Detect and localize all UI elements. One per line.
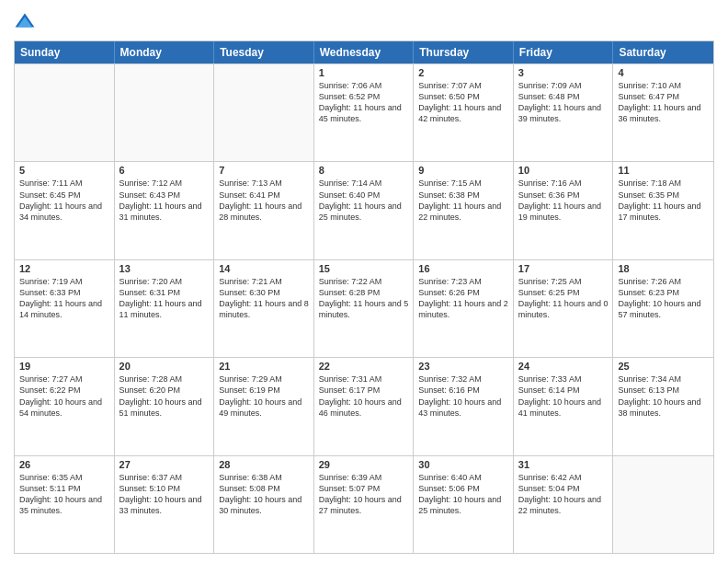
day-number: 19 <box>19 361 109 372</box>
calendar-cell: 18Sunrise: 7:26 AM Sunset: 6:23 PM Dayli… <box>613 260 713 357</box>
cell-info: Sunrise: 7:16 AM Sunset: 6:36 PM Dayligh… <box>518 178 609 223</box>
day-number: 10 <box>518 165 609 176</box>
day-number: 24 <box>518 361 609 372</box>
day-number: 29 <box>319 459 409 470</box>
day-number: 9 <box>418 165 508 176</box>
cell-info: Sunrise: 7:23 AM Sunset: 6:26 PM Dayligh… <box>418 276 508 321</box>
day-number: 4 <box>618 67 709 78</box>
day-number: 2 <box>418 67 508 78</box>
logo-icon <box>14 11 36 33</box>
cell-info: Sunrise: 7:15 AM Sunset: 6:38 PM Dayligh… <box>418 178 508 223</box>
calendar-cell: 29Sunrise: 6:39 AM Sunset: 5:07 PM Dayli… <box>314 456 415 553</box>
day-number: 1 <box>319 67 409 78</box>
cell-info: Sunrise: 6:42 AM Sunset: 5:04 PM Dayligh… <box>518 472 609 517</box>
calendar-cell: 15Sunrise: 7:22 AM Sunset: 6:28 PM Dayli… <box>314 260 415 357</box>
day-number: 12 <box>19 263 109 274</box>
day-number: 11 <box>618 165 709 176</box>
calendar-cell: 4Sunrise: 7:10 AM Sunset: 6:47 PM Daylig… <box>613 64 713 161</box>
day-number: 23 <box>418 361 508 372</box>
calendar-cell: 30Sunrise: 6:40 AM Sunset: 5:06 PM Dayli… <box>414 456 514 553</box>
cell-info: Sunrise: 6:35 AM Sunset: 5:11 PM Dayligh… <box>19 472 109 517</box>
day-number: 3 <box>518 67 609 78</box>
day-number: 5 <box>19 165 109 176</box>
cell-info: Sunrise: 6:40 AM Sunset: 5:06 PM Dayligh… <box>418 472 508 517</box>
calendar-cell: 28Sunrise: 6:38 AM Sunset: 5:08 PM Dayli… <box>214 456 314 553</box>
cell-info: Sunrise: 7:22 AM Sunset: 6:28 PM Dayligh… <box>319 276 409 321</box>
day-number: 27 <box>119 459 210 470</box>
day-of-week-sunday: Sunday <box>15 41 115 63</box>
cell-info: Sunrise: 7:18 AM Sunset: 6:35 PM Dayligh… <box>618 178 709 223</box>
cell-info: Sunrise: 7:09 AM Sunset: 6:48 PM Dayligh… <box>518 80 609 125</box>
calendar-cell: 9Sunrise: 7:15 AM Sunset: 6:38 PM Daylig… <box>414 162 514 259</box>
calendar-row-3: 19Sunrise: 7:27 AM Sunset: 6:22 PM Dayli… <box>15 357 713 454</box>
calendar-row-0: 1Sunrise: 7:06 AM Sunset: 6:52 PM Daylig… <box>15 63 713 161</box>
calendar-cell: 6Sunrise: 7:12 AM Sunset: 6:43 PM Daylig… <box>115 162 215 259</box>
calendar-cell: 27Sunrise: 6:37 AM Sunset: 5:10 PM Dayli… <box>115 456 215 553</box>
calendar-cell: 25Sunrise: 7:34 AM Sunset: 6:13 PM Dayli… <box>613 358 713 454</box>
calendar-cell: 2Sunrise: 7:07 AM Sunset: 6:50 PM Daylig… <box>414 64 514 161</box>
calendar-cell <box>613 456 713 553</box>
calendar-cell: 11Sunrise: 7:18 AM Sunset: 6:35 PM Dayli… <box>613 162 713 259</box>
day-number: 20 <box>119 361 210 372</box>
calendar-cell: 7Sunrise: 7:13 AM Sunset: 6:41 PM Daylig… <box>214 162 314 259</box>
cell-info: Sunrise: 7:11 AM Sunset: 6:45 PM Dayligh… <box>19 178 109 223</box>
cell-info: Sunrise: 7:10 AM Sunset: 6:47 PM Dayligh… <box>618 80 709 125</box>
calendar-cell: 21Sunrise: 7:29 AM Sunset: 6:19 PM Dayli… <box>214 358 314 454</box>
calendar-cell: 3Sunrise: 7:09 AM Sunset: 6:48 PM Daylig… <box>514 64 614 161</box>
cell-info: Sunrise: 7:13 AM Sunset: 6:41 PM Dayligh… <box>219 178 309 223</box>
page: SundayMondayTuesdayWednesdayThursdayFrid… <box>0 0 728 563</box>
calendar-header: SundayMondayTuesdayWednesdayThursdayFrid… <box>15 41 713 63</box>
day-of-week-saturday: Saturday <box>613 41 713 63</box>
day-number: 16 <box>418 263 508 274</box>
cell-info: Sunrise: 7:06 AM Sunset: 6:52 PM Dayligh… <box>319 80 409 125</box>
calendar-cell: 1Sunrise: 7:06 AM Sunset: 6:52 PM Daylig… <box>314 64 415 161</box>
calendar-cell: 26Sunrise: 6:35 AM Sunset: 5:11 PM Dayli… <box>15 456 115 553</box>
day-number: 26 <box>19 459 109 470</box>
cell-info: Sunrise: 6:38 AM Sunset: 5:08 PM Dayligh… <box>219 472 309 517</box>
day-number: 21 <box>219 361 309 372</box>
day-number: 6 <box>119 165 210 176</box>
cell-info: Sunrise: 7:33 AM Sunset: 6:14 PM Dayligh… <box>518 373 609 419</box>
day-number: 8 <box>319 165 409 176</box>
calendar-cell: 14Sunrise: 7:21 AM Sunset: 6:30 PM Dayli… <box>214 260 314 357</box>
day-of-week-friday: Friday <box>514 41 614 63</box>
cell-info: Sunrise: 7:28 AM Sunset: 6:20 PM Dayligh… <box>119 373 210 419</box>
cell-info: Sunrise: 7:25 AM Sunset: 6:25 PM Dayligh… <box>518 276 609 321</box>
day-number: 28 <box>219 459 309 470</box>
calendar-cell: 12Sunrise: 7:19 AM Sunset: 6:33 PM Dayli… <box>15 260 115 357</box>
day-number: 22 <box>319 361 409 372</box>
cell-info: Sunrise: 7:26 AM Sunset: 6:23 PM Dayligh… <box>618 276 709 321</box>
cell-info: Sunrise: 7:31 AM Sunset: 6:17 PM Dayligh… <box>319 373 409 419</box>
cell-info: Sunrise: 7:34 AM Sunset: 6:13 PM Dayligh… <box>618 373 709 419</box>
calendar-cell: 13Sunrise: 7:20 AM Sunset: 6:31 PM Dayli… <box>115 260 215 357</box>
cell-info: Sunrise: 7:32 AM Sunset: 6:16 PM Dayligh… <box>418 373 508 419</box>
calendar-cell: 22Sunrise: 7:31 AM Sunset: 6:17 PM Dayli… <box>314 358 415 454</box>
calendar-row-2: 12Sunrise: 7:19 AM Sunset: 6:33 PM Dayli… <box>15 259 713 357</box>
calendar-cell: 8Sunrise: 7:14 AM Sunset: 6:40 PM Daylig… <box>314 162 415 259</box>
day-of-week-tuesday: Tuesday <box>214 41 314 63</box>
day-number: 30 <box>418 459 508 470</box>
header <box>14 9 714 33</box>
calendar-cell: 19Sunrise: 7:27 AM Sunset: 6:22 PM Dayli… <box>15 358 115 454</box>
logo <box>14 9 40 33</box>
calendar: SundayMondayTuesdayWednesdayThursdayFrid… <box>14 40 714 554</box>
cell-info: Sunrise: 6:37 AM Sunset: 5:10 PM Dayligh… <box>119 472 210 517</box>
day-number: 25 <box>618 361 709 372</box>
day-number: 15 <box>319 263 409 274</box>
calendar-cell: 16Sunrise: 7:23 AM Sunset: 6:26 PM Dayli… <box>414 260 514 357</box>
calendar-cell: 10Sunrise: 7:16 AM Sunset: 6:36 PM Dayli… <box>514 162 614 259</box>
day-of-week-monday: Monday <box>115 41 215 63</box>
day-of-week-thursday: Thursday <box>414 41 514 63</box>
calendar-cell: 23Sunrise: 7:32 AM Sunset: 6:16 PM Dayli… <box>414 358 514 454</box>
calendar-cell <box>115 64 215 161</box>
day-number: 13 <box>119 263 210 274</box>
day-number: 31 <box>518 459 609 470</box>
cell-info: Sunrise: 7:14 AM Sunset: 6:40 PM Dayligh… <box>319 178 409 223</box>
cell-info: Sunrise: 7:19 AM Sunset: 6:33 PM Dayligh… <box>19 276 109 321</box>
calendar-cell: 31Sunrise: 6:42 AM Sunset: 5:04 PM Dayli… <box>514 456 614 553</box>
calendar-cell: 17Sunrise: 7:25 AM Sunset: 6:25 PM Dayli… <box>514 260 614 357</box>
calendar-cell: 24Sunrise: 7:33 AM Sunset: 6:14 PM Dayli… <box>514 358 614 454</box>
calendar-cell: 20Sunrise: 7:28 AM Sunset: 6:20 PM Dayli… <box>115 358 215 454</box>
cell-info: Sunrise: 7:27 AM Sunset: 6:22 PM Dayligh… <box>19 373 109 419</box>
calendar-cell: 5Sunrise: 7:11 AM Sunset: 6:45 PM Daylig… <box>15 162 115 259</box>
